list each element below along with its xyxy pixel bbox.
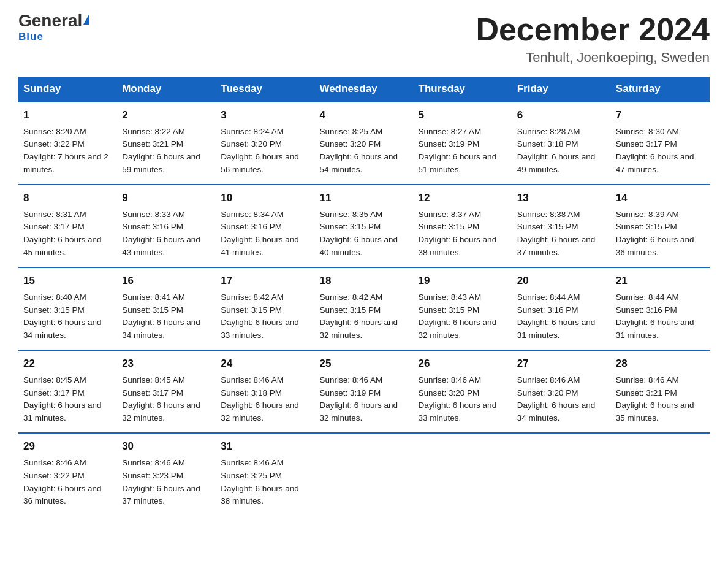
- calendar-cell: 30Sunrise: 8:46 AMSunset: 3:23 PMDayligh…: [117, 433, 216, 515]
- calendar-cell: [414, 433, 512, 515]
- day-number: 27: [517, 356, 606, 372]
- calendar-cell: 28Sunrise: 8:46 AMSunset: 3:21 PMDayligh…: [611, 350, 710, 433]
- calendar-week-row: 15Sunrise: 8:40 AMSunset: 3:15 PMDayligh…: [18, 267, 710, 350]
- calendar-cell: 20Sunrise: 8:44 AMSunset: 3:16 PMDayligh…: [512, 267, 611, 350]
- logo-triangle-icon: [83, 15, 89, 25]
- day-number: 19: [419, 273, 507, 289]
- day-info: Sunrise: 8:28 AMSunset: 3:18 PMDaylight:…: [517, 127, 596, 175]
- calendar-cell: 22Sunrise: 8:45 AMSunset: 3:17 PMDayligh…: [18, 350, 117, 433]
- day-info: Sunrise: 8:46 AMSunset: 3:25 PMDaylight:…: [221, 458, 299, 506]
- calendar-cell: 7Sunrise: 8:30 AMSunset: 3:17 PMDaylight…: [611, 102, 710, 185]
- day-info: Sunrise: 8:45 AMSunset: 3:17 PMDaylight:…: [122, 375, 200, 423]
- calendar-week-row: 1Sunrise: 8:20 AMSunset: 3:22 PMDaylight…: [18, 102, 710, 185]
- day-number: 15: [23, 273, 112, 289]
- calendar-cell: 23Sunrise: 8:45 AMSunset: 3:17 PMDayligh…: [117, 350, 216, 433]
- day-number: 21: [616, 273, 705, 289]
- calendar-cell: 13Sunrise: 8:38 AMSunset: 3:15 PMDayligh…: [512, 185, 611, 267]
- day-info: Sunrise: 8:33 AMSunset: 3:16 PMDaylight:…: [122, 210, 200, 258]
- calendar-cell: 27Sunrise: 8:46 AMSunset: 3:20 PMDayligh…: [512, 350, 611, 433]
- calendar-cell: 11Sunrise: 8:35 AMSunset: 3:15 PMDayligh…: [314, 185, 413, 267]
- col-sunday: Sunday: [18, 77, 117, 102]
- day-number: 28: [616, 356, 705, 372]
- col-wednesday: Wednesday: [314, 77, 413, 102]
- col-friday: Friday: [512, 77, 611, 102]
- col-thursday: Thursday: [414, 77, 512, 102]
- calendar-cell: [611, 433, 710, 515]
- calendar-cell: 6Sunrise: 8:28 AMSunset: 3:18 PMDaylight…: [512, 102, 611, 185]
- day-number: 5: [419, 107, 507, 123]
- day-info: Sunrise: 8:40 AMSunset: 3:15 PMDaylight:…: [23, 293, 102, 340]
- calendar-cell: 8Sunrise: 8:31 AMSunset: 3:17 PMDaylight…: [18, 185, 117, 267]
- logo-general: General: [18, 11, 82, 30]
- day-number: 12: [419, 190, 507, 206]
- day-number: 10: [221, 190, 309, 206]
- calendar-cell: 3Sunrise: 8:24 AMSunset: 3:20 PMDaylight…: [216, 102, 314, 185]
- day-number: 29: [23, 439, 112, 454]
- calendar-cell: 2Sunrise: 8:22 AMSunset: 3:21 PMDaylight…: [117, 102, 216, 185]
- calendar-cell: 16Sunrise: 8:41 AMSunset: 3:15 PMDayligh…: [117, 267, 216, 350]
- day-number: 3: [221, 107, 309, 123]
- day-number: 18: [319, 273, 408, 289]
- day-number: 23: [122, 356, 211, 372]
- calendar-cell: 17Sunrise: 8:42 AMSunset: 3:15 PMDayligh…: [216, 267, 314, 350]
- day-info: Sunrise: 8:30 AMSunset: 3:17 PMDaylight:…: [616, 127, 694, 175]
- day-info: Sunrise: 8:46 AMSunset: 3:20 PMDaylight:…: [517, 375, 596, 423]
- calendar-cell: 29Sunrise: 8:46 AMSunset: 3:22 PMDayligh…: [18, 433, 117, 515]
- calendar-cell: 24Sunrise: 8:46 AMSunset: 3:18 PMDayligh…: [216, 350, 314, 433]
- calendar-week-row: 8Sunrise: 8:31 AMSunset: 3:17 PMDaylight…: [18, 185, 710, 267]
- day-number: 9: [122, 190, 211, 206]
- calendar-cell: 5Sunrise: 8:27 AMSunset: 3:19 PMDaylight…: [414, 102, 512, 185]
- day-info: Sunrise: 8:44 AMSunset: 3:16 PMDaylight:…: [616, 293, 694, 340]
- day-number: 7: [616, 107, 705, 123]
- day-number: 4: [319, 107, 408, 123]
- calendar-week-row: 22Sunrise: 8:45 AMSunset: 3:17 PMDayligh…: [18, 350, 710, 433]
- day-number: 1: [23, 107, 112, 123]
- calendar-cell: 25Sunrise: 8:46 AMSunset: 3:19 PMDayligh…: [314, 350, 413, 433]
- logo-area: General Blue: [18, 12, 89, 43]
- col-monday: Monday: [117, 77, 216, 102]
- day-number: 20: [517, 273, 606, 289]
- day-info: Sunrise: 8:41 AMSunset: 3:15 PMDaylight:…: [122, 293, 200, 340]
- day-number: 26: [419, 356, 507, 372]
- calendar-cell: [314, 433, 413, 515]
- calendar-table: Sunday Monday Tuesday Wednesday Thursday…: [18, 77, 710, 515]
- day-number: 30: [122, 439, 211, 454]
- day-number: 6: [517, 107, 606, 123]
- day-info: Sunrise: 8:34 AMSunset: 3:16 PMDaylight:…: [221, 210, 299, 258]
- logo-text: General: [18, 12, 89, 29]
- calendar-week-row: 29Sunrise: 8:46 AMSunset: 3:22 PMDayligh…: [18, 433, 710, 515]
- day-info: Sunrise: 8:46 AMSunset: 3:23 PMDaylight:…: [122, 458, 200, 506]
- calendar-cell: 10Sunrise: 8:34 AMSunset: 3:16 PMDayligh…: [216, 185, 314, 267]
- calendar-cell: 21Sunrise: 8:44 AMSunset: 3:16 PMDayligh…: [611, 267, 710, 350]
- day-number: 14: [616, 190, 705, 206]
- day-info: Sunrise: 8:22 AMSunset: 3:21 PMDaylight:…: [122, 127, 200, 175]
- day-info: Sunrise: 8:27 AMSunset: 3:19 PMDaylight:…: [419, 127, 497, 175]
- day-info: Sunrise: 8:42 AMSunset: 3:15 PMDaylight:…: [221, 293, 299, 340]
- day-number: 2: [122, 107, 211, 123]
- calendar-cell: 31Sunrise: 8:46 AMSunset: 3:25 PMDayligh…: [216, 433, 314, 515]
- logo-blue-text: Blue: [18, 31, 44, 43]
- day-info: Sunrise: 8:38 AMSunset: 3:15 PMDaylight:…: [517, 210, 596, 258]
- day-info: Sunrise: 8:46 AMSunset: 3:18 PMDaylight:…: [221, 375, 299, 423]
- day-number: 25: [319, 356, 408, 372]
- day-number: 11: [319, 190, 408, 206]
- day-number: 13: [517, 190, 606, 206]
- day-number: 8: [23, 190, 112, 206]
- day-info: Sunrise: 8:46 AMSunset: 3:20 PMDaylight:…: [419, 375, 497, 423]
- calendar-cell: 26Sunrise: 8:46 AMSunset: 3:20 PMDayligh…: [414, 350, 512, 433]
- day-number: 22: [23, 356, 112, 372]
- day-info: Sunrise: 8:31 AMSunset: 3:17 PMDaylight:…: [23, 210, 102, 258]
- day-info: Sunrise: 8:43 AMSunset: 3:15 PMDaylight:…: [419, 293, 497, 340]
- day-number: 31: [221, 439, 309, 454]
- calendar-cell: 18Sunrise: 8:42 AMSunset: 3:15 PMDayligh…: [314, 267, 413, 350]
- day-number: 16: [122, 273, 211, 289]
- day-info: Sunrise: 8:42 AMSunset: 3:15 PMDaylight:…: [319, 293, 398, 340]
- col-tuesday: Tuesday: [216, 77, 314, 102]
- calendar-cell: [512, 433, 611, 515]
- day-info: Sunrise: 8:44 AMSunset: 3:16 PMDaylight:…: [517, 293, 596, 340]
- calendar-cell: 14Sunrise: 8:39 AMSunset: 3:15 PMDayligh…: [611, 185, 710, 267]
- calendar-header-row: Sunday Monday Tuesday Wednesday Thursday…: [18, 77, 710, 102]
- month-title: December 2024: [476, 12, 710, 47]
- location-title: Tenhult, Joenkoeping, Sweden: [476, 50, 710, 66]
- calendar-cell: 15Sunrise: 8:40 AMSunset: 3:15 PMDayligh…: [18, 267, 117, 350]
